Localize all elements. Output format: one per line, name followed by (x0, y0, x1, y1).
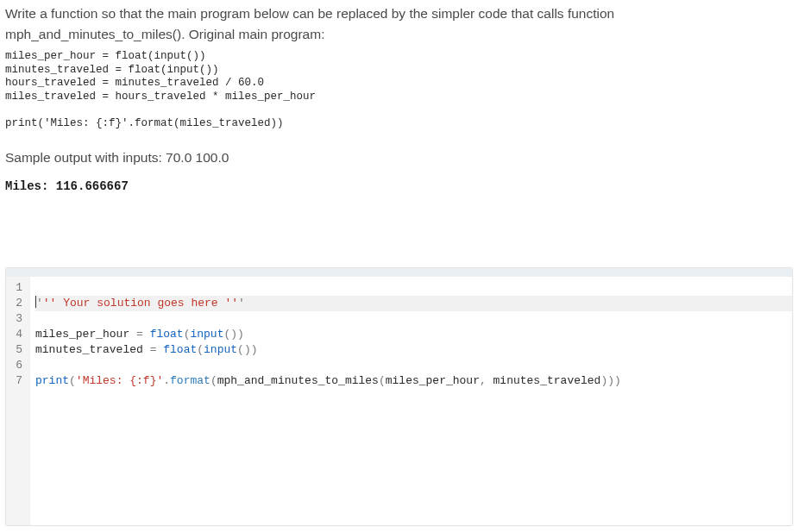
code-line[interactable]: miles_per_hour = float(input()) (35, 327, 792, 342)
code-token: input (204, 343, 237, 356)
code-line[interactable] (35, 358, 792, 373)
editor-body: 1234567 ''' Your solution goes here '''m… (6, 277, 792, 525)
code-token: minutes_traveled (35, 343, 150, 356)
code-token: , (480, 374, 493, 387)
line-number: 2 (15, 296, 22, 311)
code-editor[interactable]: 1234567 ''' Your solution goes here '''m… (5, 267, 793, 526)
original-main-program-code: miles_per_hour = float(input()) minutes_… (5, 50, 793, 131)
code-token: input (190, 328, 223, 341)
code-area[interactable]: ''' Your solution goes here '''miles_per… (30, 277, 792, 525)
code-token: = (150, 343, 164, 356)
line-number: 7 (15, 373, 22, 389)
code-token: ( (210, 374, 217, 387)
line-number: 6 (15, 358, 22, 373)
code-token: ( (379, 374, 386, 387)
code-token: ( (69, 374, 76, 387)
code-token: minutes_traveled (493, 374, 601, 387)
sample-output-label: Sample output with inputs: 70.0 100.0 (5, 150, 793, 166)
code-token: 'Miles: {:f}' (76, 374, 163, 387)
code-token: ))) (600, 374, 620, 387)
code-token: '' Your solution goes here '' (43, 297, 238, 310)
code-line[interactable] (35, 280, 792, 296)
code-token: ( (197, 343, 204, 356)
code-token: ' (238, 297, 245, 310)
page-root: Write a function so that the main progra… (0, 0, 798, 532)
code-line[interactable]: ''' Your solution goes here ''' (35, 296, 792, 311)
code-line[interactable]: print('Miles: {:f}'.format(mph_and_minut… (35, 373, 792, 389)
line-number: 5 (15, 342, 22, 358)
line-number: 4 (15, 327, 22, 342)
code-token: . (163, 374, 170, 387)
code-token: mph_and_minutes_to_miles (217, 374, 379, 387)
code-token: = (136, 328, 150, 341)
code-token: miles_per_hour (386, 374, 480, 387)
line-number: 3 (15, 311, 22, 327)
editor-topbar (6, 268, 792, 277)
code-token: ' (36, 297, 43, 310)
code-token: ()) (237, 343, 257, 356)
code-token: float (150, 328, 184, 341)
code-token: format (170, 374, 210, 387)
code-token: ()) (223, 328, 243, 341)
code-line[interactable]: minutes_traveled = float(input()) (35, 342, 792, 358)
line-number: 1 (15, 280, 22, 296)
code-line[interactable] (35, 311, 792, 327)
code-token: miles_per_hour (35, 328, 136, 341)
line-number-gutter: 1234567 (6, 277, 30, 525)
code-token: float (163, 343, 197, 356)
sample-output-value: Miles: 116.666667 (5, 179, 793, 193)
problem-statement: Write a function so that the main progra… (5, 3, 793, 45)
code-token: print (35, 374, 69, 387)
